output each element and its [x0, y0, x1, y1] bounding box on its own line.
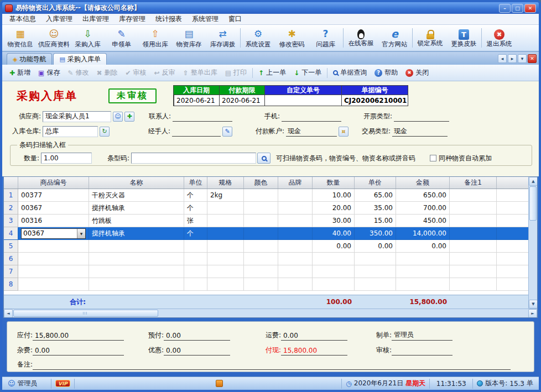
save-button[interactable]: ▣ 保存: [34, 66, 64, 80]
delete-button[interactable]: ✖ 删除: [92, 66, 121, 80]
audit-button[interactable]: ✔ 审核: [122, 66, 150, 80]
grid-cell-editing[interactable]: 00367 ▼: [18, 227, 89, 240]
grid-cell[interactable]: [244, 227, 278, 240]
grid-cell[interactable]: 竹跳板: [89, 215, 184, 227]
toolbar-change-skin[interactable]: T 更换皮肤: [447, 25, 481, 50]
grid-cell[interactable]: [450, 215, 497, 227]
toolbar-requisition[interactable]: ✎ 申领单: [105, 25, 138, 50]
scroll-down-icon[interactable]: ▼: [529, 300, 537, 309]
auto-accumulate-checkbox[interactable]: [430, 155, 436, 161]
grid-cell[interactable]: [184, 240, 207, 253]
whole-order-outbound-button[interactable]: ⇧ 整单出库: [179, 66, 221, 80]
grid-cell[interactable]: 00367: [18, 202, 89, 215]
grid-cell[interactable]: [355, 265, 396, 278]
toolbar-online-service[interactable]: 在线客服: [344, 25, 378, 50]
toolbar-stock[interactable]: ▤ 物资库存: [172, 25, 206, 50]
horizontal-scroll-thumb[interactable]: [13, 310, 158, 317]
product-code-combobox[interactable]: 00367 ▼: [21, 228, 86, 239]
grid-cell[interactable]: 15.00: [355, 215, 396, 227]
minimize-button[interactable]: –: [499, 4, 511, 13]
grid-cell[interactable]: [89, 278, 184, 291]
grid-cell[interactable]: [184, 265, 207, 278]
column-header[interactable]: 品牌: [278, 177, 313, 189]
previous-doc-button[interactable]: ↑ 上一单: [254, 66, 290, 80]
warehouse-refresh-button[interactable]: ↻: [100, 127, 110, 137]
grid-cell[interactable]: [278, 215, 313, 227]
grid-cell[interactable]: 0.00: [313, 240, 355, 253]
grid-cell[interactable]: [450, 253, 497, 265]
grid-cell[interactable]: [207, 215, 244, 227]
toolbar-lock-system[interactable]: 锁定系统: [413, 25, 447, 50]
table-row[interactable]: 7: [4, 265, 528, 278]
grid-cell[interactable]: [207, 265, 244, 278]
toolbar-supplier-data[interactable]: ☺ 供应商资料: [37, 25, 71, 50]
grid-cell[interactable]: [207, 227, 244, 240]
table-row[interactable]: 3 00316 竹跳板 张 30.00 15.00 450.00: [4, 215, 528, 227]
grid-cell[interactable]: [89, 253, 184, 265]
toolbar-stock-transfer[interactable]: ⇄ 库存调拨: [206, 25, 240, 50]
toolbar-question-bank[interactable]: ? 问题库: [309, 25, 342, 50]
grid-cell[interactable]: [18, 240, 89, 253]
print-button[interactable]: ▤ 打印: [221, 66, 251, 80]
menu-system[interactable]: 系统管理: [187, 13, 223, 25]
handler-lookup-button[interactable]: ✎: [222, 127, 232, 137]
grid-cell[interactable]: 30.00: [313, 215, 355, 227]
column-header[interactable]: 颜色: [244, 177, 278, 189]
table-row[interactable]: 1 00377 干粉灭火器 个 2kg 10.00 65.00 650.00: [4, 189, 528, 202]
grid-cell[interactable]: 65.00: [355, 189, 396, 202]
table-row-selected[interactable]: 4 00367 ▼ 搅拌机轴承 个 40.00 3: [4, 227, 528, 240]
warehouse-input[interactable]: 总库: [43, 126, 98, 137]
grid-cell[interactable]: 650.00: [396, 189, 450, 202]
toolbar-system-settings[interactable]: ⚙ 系统设置: [241, 25, 275, 50]
grid-cell[interactable]: 350.00: [355, 227, 396, 240]
custom-no-field[interactable]: [264, 95, 341, 106]
grid-cell[interactable]: [244, 265, 278, 278]
vertical-scroll-thumb[interactable]: [529, 186, 537, 221]
grid-cell[interactable]: [313, 278, 355, 291]
menu-reports[interactable]: 统计报表: [150, 13, 187, 25]
grid-cell[interactable]: [18, 253, 89, 265]
grid-cell[interactable]: [396, 253, 450, 265]
grid-cell[interactable]: 0.00: [355, 240, 396, 253]
chevron-down-icon[interactable]: ▼: [77, 229, 85, 238]
column-header[interactable]: 商品编号: [18, 177, 89, 189]
doc-search-button[interactable]: 单据查询: [329, 66, 371, 80]
trade-type-field[interactable]: 现金: [392, 127, 448, 137]
tab-scroll-right-icon[interactable]: ▸: [508, 54, 517, 63]
grid-cell[interactable]: [450, 240, 497, 253]
tab-purchase-inbound-doc[interactable]: ▤ 采购入库单: [53, 53, 106, 65]
toolbar-purchase-inbound[interactable]: ⇩ 采购入库: [71, 25, 105, 50]
grid-cell[interactable]: [396, 278, 450, 291]
handler-field[interactable]: [172, 127, 221, 137]
grid-cell[interactable]: [244, 278, 278, 291]
discount-field[interactable]: 0.00: [164, 347, 230, 356]
unaudit-button[interactable]: ↩ 反审: [150, 66, 179, 80]
grid-cell[interactable]: [278, 265, 313, 278]
menu-inventory[interactable]: 库存管理: [114, 13, 150, 25]
column-header[interactable]: 单价: [355, 177, 396, 189]
grid-cell[interactable]: [244, 202, 278, 215]
grid-cell[interactable]: [89, 265, 184, 278]
column-header[interactable]: 备注1: [450, 177, 497, 189]
help-button[interactable]: ? 帮助: [371, 66, 402, 80]
add-supplier-button[interactable]: ✚: [124, 112, 134, 122]
remark-field[interactable]: [33, 369, 511, 370]
menu-window[interactable]: 窗口: [223, 13, 247, 25]
grid-cell[interactable]: 个: [184, 202, 207, 215]
menu-outbound[interactable]: 出库管理: [77, 13, 114, 25]
close-button[interactable]: ✕: [524, 4, 536, 13]
grid-cell[interactable]: 20.00: [313, 202, 355, 215]
grid-cell[interactable]: 搅拌机轴承: [89, 227, 184, 240]
close-doc-button[interactable]: ✖ 关闭: [402, 66, 433, 80]
menu-inbound[interactable]: 入库管理: [41, 13, 77, 25]
grid-cell[interactable]: [244, 240, 278, 253]
grid-cell[interactable]: 2kg: [207, 189, 244, 202]
supplier-input[interactable]: 现金采购人员1: [43, 111, 111, 122]
grid-cell[interactable]: 张: [184, 215, 207, 227]
scroll-right-icon[interactable]: ►: [528, 309, 537, 318]
grid-cell[interactable]: [278, 240, 313, 253]
grid-cell[interactable]: [18, 278, 89, 291]
toolbar-materials-info[interactable]: ▦ 物资信息: [3, 25, 37, 50]
grid-cell[interactable]: [278, 253, 313, 265]
toolbar-official-site[interactable]: e 官方网站: [378, 25, 412, 50]
